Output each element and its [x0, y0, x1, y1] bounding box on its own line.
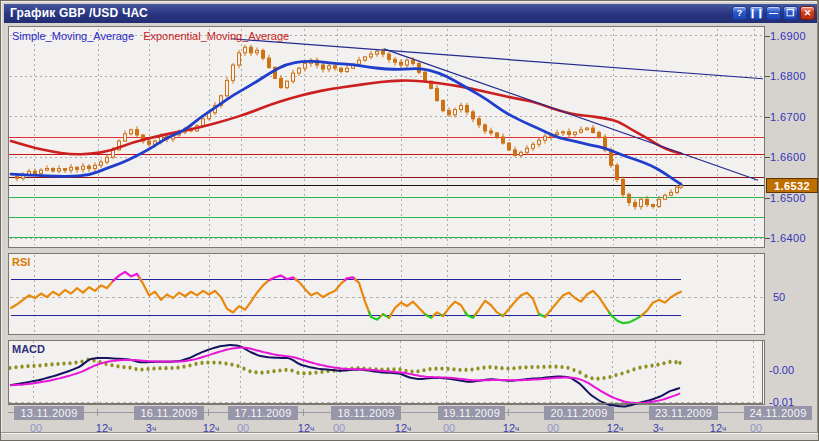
- date-label: 16.11.2009: [134, 406, 204, 420]
- price-axis-label: 1.6400: [770, 232, 818, 244]
- main-chart-svg: [9, 27, 764, 247]
- macd-chart-panel[interactable]: [8, 340, 765, 405]
- support-resistance-levels: [9, 138, 764, 238]
- window-bottom-frame: [1, 433, 819, 440]
- date-label: 17.11.2009: [228, 406, 298, 420]
- rsi-panel-label: RSI: [12, 256, 30, 268]
- macd-zero-axis-label: -0.00: [769, 364, 794, 376]
- date-label: 19.11.2009: [438, 406, 505, 420]
- pause-button[interactable]: ❙❙: [749, 6, 764, 20]
- window-buttons: ?❙❙—❐✕: [732, 6, 815, 20]
- price-axis-label: 1.6800: [770, 70, 818, 82]
- price-axis-tick: [765, 238, 770, 239]
- help-button[interactable]: ?: [732, 6, 747, 20]
- price-axis-label: 1.6500: [770, 192, 818, 204]
- date-label: 24.11.2009: [744, 406, 812, 420]
- title-bar[interactable]: График GBP /USD ЧАС ?❙❙—❐✕: [4, 4, 817, 23]
- close-button[interactable]: ✕: [800, 6, 815, 20]
- date-label: 20.11.2009: [544, 406, 614, 420]
- window-title: График GBP /USD ЧАС: [10, 6, 148, 20]
- price-axis-label: 1.6600: [770, 151, 818, 163]
- macd-signal-line: [10, 348, 680, 403]
- rsi-grid: [10, 255, 763, 333]
- minimize-button[interactable]: —: [766, 6, 781, 20]
- price-axis-tick: [765, 157, 770, 158]
- date-label: 23.11.2009: [649, 406, 718, 420]
- date-label: 18.11.2009: [331, 406, 401, 420]
- price-chart-panel[interactable]: [8, 26, 765, 248]
- price-axis-label: 1.6900: [770, 30, 818, 42]
- macd-line: [10, 345, 680, 406]
- price-axis-tick: [765, 117, 770, 118]
- price-axis-label: 1.6700: [770, 111, 818, 123]
- price-axis-tick: [765, 198, 770, 199]
- rsi-chart-svg: [9, 254, 764, 334]
- chart-window: График GBP /USD ЧАС ?❙❙—❐✕ Simple_Moving…: [0, 0, 819, 441]
- price-axis-tick: [765, 76, 770, 77]
- indicator-legend: Simple_Moving_Average Exponential_Moving…: [12, 30, 289, 42]
- sma-line: [11, 61, 681, 184]
- date-label: 13.11.2009: [14, 406, 84, 420]
- rsi-chart-panel[interactable]: [8, 253, 765, 335]
- sma-legend-label: Simple_Moving_Average: [12, 30, 134, 42]
- current-price-badge: 1.6532: [766, 178, 818, 193]
- rsi-axis-label: 50: [773, 291, 785, 303]
- restore-button[interactable]: ❐: [783, 6, 798, 20]
- price-axis-tick: [765, 36, 770, 37]
- ema-legend-label: Exponential_Moving_Average: [143, 30, 289, 42]
- macd-panel-label: MACD: [12, 343, 45, 355]
